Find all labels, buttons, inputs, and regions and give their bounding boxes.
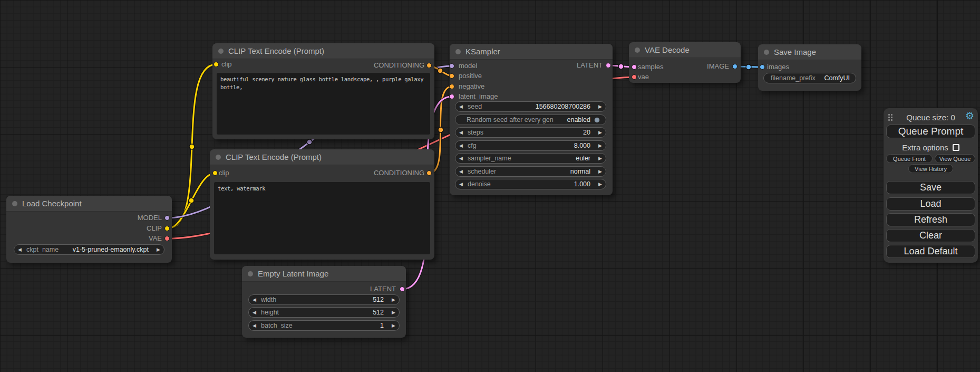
arrow-left-icon[interactable]: ◀ [459, 179, 467, 189]
input-label-samples: samples [638, 63, 663, 71]
widget-label: height [261, 309, 279, 316]
node-title-bar[interactable]: VAE Decode [629, 42, 741, 58]
node-title-bar[interactable]: KSampler [450, 44, 613, 60]
collapse-dot-icon[interactable] [764, 50, 769, 55]
queue-prompt-button[interactable]: Queue Prompt [886, 125, 975, 138]
prompt-textarea[interactable]: text, watermark [214, 182, 430, 254]
widget-seed[interactable]: ◀ seed 156680208700286 ▶ [455, 101, 606, 112]
node-title-bar[interactable]: CLIP Text Encode (Prompt) [210, 149, 434, 165]
arrow-left-icon[interactable]: ◀ [18, 245, 25, 254]
widget-value: 1.000 [574, 180, 590, 188]
output-label-image: IMAGE [707, 63, 729, 70]
node-clip-text-encode-positive[interactable]: CLIP Text Encode (Prompt) clip CONDITION… [212, 43, 434, 139]
queue-menu-panel: Queue size: 0 ⚙ Queue Prompt Extra optio… [884, 108, 978, 263]
arrow-left-icon[interactable]: ◀ [459, 128, 467, 137]
output-label-latent: LATENT [577, 62, 603, 69]
input-label-vae: vae [638, 73, 649, 81]
link-midpoint-dot [438, 127, 443, 132]
view-queue-button[interactable]: View Queue [935, 154, 975, 163]
input-label-clip: clip [219, 169, 229, 177]
widget-width[interactable]: ◀ width 512 ▶ [248, 294, 400, 305]
widget-height[interactable]: ◀ height 512 ▶ [248, 307, 400, 318]
collapse-dot-icon[interactable] [635, 47, 640, 53]
node-title: Empty Latent Image [258, 269, 328, 278]
extra-options-checkbox[interactable] [953, 144, 959, 151]
queue-size-label: Queue size: 0 [884, 113, 978, 122]
input-label-images: images [767, 63, 789, 71]
queue-front-button[interactable]: Queue Front [886, 154, 933, 163]
collapse-dot-icon[interactable] [216, 155, 221, 160]
widget-cfg[interactable]: ◀ cfg 8.000 ▶ [455, 140, 606, 151]
load-default-button[interactable]: Load Default [886, 245, 975, 258]
arrow-right-icon[interactable]: ▶ [388, 295, 395, 304]
arrow-right-icon[interactable]: ▶ [595, 167, 602, 176]
widget-value: enabled [567, 116, 591, 123]
node-empty-latent-image[interactable]: Empty Latent Image LATENT ◀ width 512 ▶ … [242, 266, 406, 338]
arrow-right-icon[interactable]: ▶ [153, 245, 160, 254]
node-title-bar[interactable]: CLIP Text Encode (Prompt) [212, 43, 434, 59]
arrow-left-icon[interactable]: ◀ [459, 167, 467, 176]
widget-label: seed [468, 103, 482, 110]
node-load-checkpoint[interactable]: Load Checkpoint MODEL CLIP VAE ◀ ckpt_na… [6, 196, 172, 263]
widget-denoise[interactable]: ◀ denoise 1.000 ▶ [455, 179, 606, 189]
widget-sampler-name[interactable]: ◀ sampler_name euler ▶ [455, 153, 606, 164]
arrow-left-icon[interactable]: ◀ [253, 321, 260, 330]
save-button[interactable]: Save [886, 181, 975, 194]
toggle-on-icon[interactable] [594, 117, 600, 123]
widget-ckpt-name[interactable]: ◀ ckpt_name v1-5-pruned-emaonly.ckpt ▶ [14, 244, 164, 255]
widget-value: 156680208700286 [536, 103, 590, 110]
widget-label: cfg [468, 142, 477, 149]
clear-button[interactable]: Clear [886, 229, 975, 242]
node-title-bar[interactable]: Save Image [758, 44, 861, 60]
arrow-left-icon[interactable]: ◀ [253, 308, 260, 317]
widget-scheduler[interactable]: ◀ scheduler normal ▶ [455, 166, 606, 177]
widget-label: Random seed after every gen [467, 116, 554, 123]
load-button[interactable]: Load [886, 197, 975, 211]
arrow-left-icon[interactable]: ◀ [459, 154, 467, 163]
link-midpoint-dot [307, 139, 312, 145]
node-ksampler[interactable]: KSampler model positive negative latent_… [450, 44, 613, 195]
prompt-textarea[interactable]: beautiful scenery nature glass bottle la… [217, 73, 430, 135]
collapse-dot-icon[interactable] [248, 271, 253, 276]
arrow-right-icon[interactable]: ▶ [388, 308, 395, 317]
arrow-right-icon[interactable]: ▶ [595, 128, 602, 137]
arrow-right-icon[interactable]: ▶ [595, 154, 602, 163]
collapse-dot-icon[interactable] [218, 49, 224, 54]
node-title-bar[interactable]: Load Checkpoint [6, 196, 172, 212]
link-midpoint-dot [746, 64, 751, 70]
node-title: Load Checkpoint [22, 199, 82, 208]
widget-value: 20 [583, 129, 590, 136]
view-history-button[interactable]: View History [908, 164, 953, 173]
arrow-left-icon[interactable]: ◀ [459, 141, 467, 150]
widget-random-seed-toggle[interactable]: Random seed after every gen enabled [455, 115, 606, 125]
widget-label: scheduler [468, 168, 496, 175]
arrow-right-icon[interactable]: ▶ [595, 179, 602, 189]
widget-steps[interactable]: ◀ steps 20 ▶ [455, 127, 606, 138]
widget-label: steps [468, 129, 483, 136]
gear-icon[interactable]: ⚙ [965, 111, 974, 121]
arrow-right-icon[interactable]: ▶ [388, 321, 395, 330]
widget-value: 1 [380, 322, 384, 329]
widget-batch-size[interactable]: ◀ batch_size 1 ▶ [248, 320, 400, 331]
node-save-image[interactable]: Save Image images filename_prefix ComfyU… [758, 44, 861, 91]
refresh-button[interactable]: Refresh [886, 213, 975, 226]
arrow-right-icon[interactable]: ▶ [595, 141, 602, 150]
collapse-dot-icon[interactable] [12, 201, 17, 206]
node-title: CLIP Text Encode (Prompt) [226, 152, 322, 161]
widget-value: 512 [373, 296, 384, 303]
widget-filename-prefix[interactable]: filename_prefix ComfyUI [763, 73, 856, 83]
arrow-left-icon[interactable]: ◀ [253, 295, 260, 304]
extra-options-label: Extra options [902, 143, 948, 152]
link-midpoint-dot [189, 144, 195, 149]
input-label-positive: positive [459, 72, 482, 80]
widget-label: ckpt_name [26, 246, 59, 253]
node-title-bar[interactable]: Empty Latent Image [242, 266, 406, 282]
widget-label: filename_prefix [771, 74, 816, 82]
output-label-conditioning: CONDITIONING [374, 169, 424, 177]
collapse-dot-icon[interactable] [455, 49, 461, 54]
node-clip-text-encode-negative[interactable]: CLIP Text Encode (Prompt) clip CONDITION… [210, 149, 434, 260]
arrow-left-icon[interactable]: ◀ [459, 102, 467, 111]
arrow-right-icon[interactable]: ▶ [595, 102, 602, 111]
node-vae-decode[interactable]: VAE Decode samples vae IMAGE [629, 42, 741, 83]
widget-value: 512 [373, 309, 384, 316]
